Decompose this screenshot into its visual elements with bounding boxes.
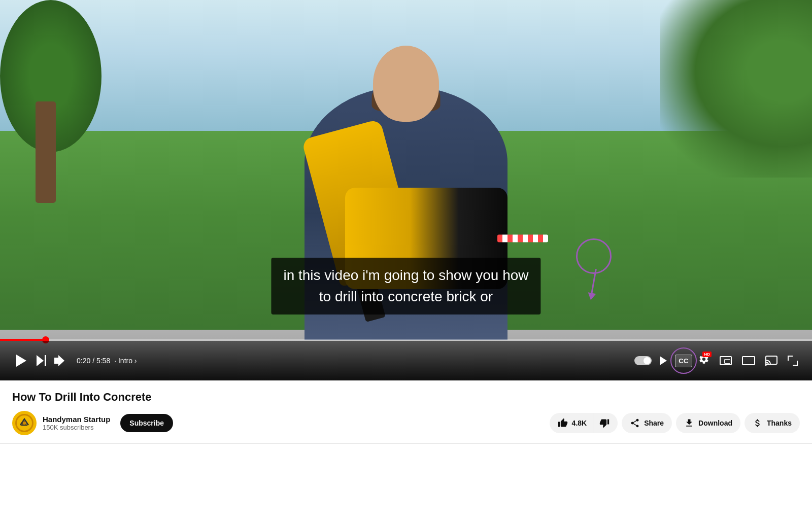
like-count: 4.8K <box>572 419 587 427</box>
autoplay-play-button[interactable] <box>654 351 673 370</box>
action-buttons: 4.8K Share <box>550 413 800 433</box>
current-time: 0:20 <box>77 357 90 365</box>
channel-logo <box>16 415 32 431</box>
channel-info: Handyman Startup 150K subscribers <box>43 415 110 431</box>
chapter-label[interactable]: · Intro › <box>114 357 137 365</box>
volume-icon <box>54 356 66 365</box>
speaker-shape <box>54 358 58 364</box>
share-button[interactable]: Share <box>622 413 672 433</box>
theater-icon <box>742 356 755 365</box>
time-separator: / <box>92 357 96 365</box>
controls-right: CC HD <box>634 350 802 372</box>
theater-button[interactable] <box>738 352 759 369</box>
thanks-label: Thanks <box>767 419 792 427</box>
download-icon <box>684 418 694 428</box>
thumbs-up-icon <box>558 418 568 428</box>
like-dislike-group: 4.8K <box>550 413 618 433</box>
svg-point-3 <box>22 421 26 425</box>
cast-icon <box>765 356 777 366</box>
autoplay-play-icon <box>660 356 667 365</box>
share-icon <box>630 418 640 428</box>
share-label: Share <box>644 419 664 427</box>
video-thumbnail: in this video i'm going to show you how … <box>0 0 812 380</box>
download-label: Download <box>698 419 732 427</box>
toggle-track[interactable] <box>634 356 652 365</box>
tree-trunk-left <box>36 101 56 203</box>
tree-left <box>0 0 101 203</box>
skip-icon <box>37 355 46 366</box>
hd-badge: HD <box>702 352 712 357</box>
annotation-circle <box>576 238 612 274</box>
video-info: How To Drill Into Concrete Handyman Star <box>0 380 812 444</box>
avatar-inner <box>15 414 33 432</box>
miniplayer-icon <box>720 356 732 365</box>
controls-bar: 0:20 / 5:58 · Intro › <box>0 341 812 380</box>
thumbs-down-icon <box>599 418 610 428</box>
play-icon <box>16 355 26 367</box>
channel-name[interactable]: Handyman Startup <box>43 415 110 424</box>
cast-button[interactable] <box>761 352 782 370</box>
person-head <box>373 46 439 122</box>
trees-right <box>660 0 812 178</box>
skip-button[interactable] <box>32 351 50 370</box>
autoplay-toggle[interactable] <box>634 356 652 365</box>
thanks-icon <box>753 418 763 428</box>
fullscreen-button[interactable] <box>784 352 802 370</box>
channel-avatar[interactable] <box>12 411 37 435</box>
cc-button-wrapper: CC <box>675 355 692 367</box>
toggle-knob <box>644 357 651 364</box>
time-display: 0:20 / 5:58 <box>77 357 110 365</box>
subscriber-count: 150K subscribers <box>43 424 110 431</box>
miniplayer-button[interactable] <box>716 352 736 369</box>
cc-button[interactable]: CC <box>675 355 692 367</box>
subtitle: in this video i'm going to show you how … <box>271 258 540 315</box>
fullscreen-icon <box>788 356 798 366</box>
thanks-button[interactable]: Thanks <box>745 413 800 433</box>
total-time: 5:58 <box>96 357 110 365</box>
play-button[interactable] <box>10 350 32 372</box>
channel-row: Handyman Startup 150K subscribers Subscr… <box>12 411 800 435</box>
like-button[interactable]: 4.8K <box>550 413 593 433</box>
settings-button[interactable]: HD <box>694 350 714 372</box>
volume-button[interactable] <box>50 352 71 369</box>
video-player: in this video i'm going to show you how … <box>0 0 812 380</box>
video-title: How To Drill Into Concrete <box>12 391 800 404</box>
annotation-arrow <box>563 238 624 299</box>
dislike-button[interactable] <box>593 413 618 433</box>
page-container: in this video i'm going to show you how … <box>0 0 812 444</box>
download-button[interactable]: Download <box>676 413 740 433</box>
subscribe-button[interactable]: Subscribe <box>120 414 173 432</box>
